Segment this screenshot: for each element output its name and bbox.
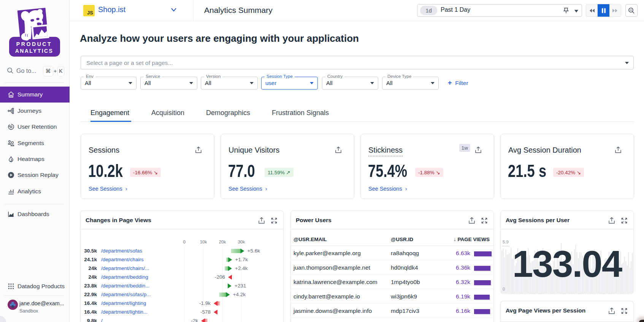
svg-text:/department/lighting: /department/lighting [101,300,146,306]
svg-text:+5.6k: +5.6k [247,248,260,254]
svg-text:30k: 30k [238,240,245,244]
svg-text:ANALYTICS: ANALYTICS [15,48,53,54]
svg-text:-206: -206 [215,274,225,280]
svg-text:0: 0 [183,240,186,244]
svg-text:/department/beddin...: /department/beddin... [101,283,150,289]
svg-text:/department/chairs: /department/chairs [101,257,144,262]
svg-text:+1.7k: +1.7k [235,257,248,262]
svg-text:/department/sofas: /department/sofas [101,248,142,254]
svg-text:-578: -578 [200,309,211,315]
svg-text:+4.2k: +4.2k [233,292,246,297]
svg-text:-2k: -2k [191,318,198,322]
svg-text:9.8k: 9.8k [87,318,97,322]
svg-text:PRODUCT: PRODUCT [16,41,52,47]
svg-text:24.1k: 24.1k [84,257,97,262]
svg-text:+2.4k: +2.4k [235,265,248,271]
svg-text:20k: 20k [219,240,226,244]
svg-text:/department/lightin...: /department/lightin... [101,309,148,315]
svg-text:/: / [101,318,103,322]
svg-text:/department/sofas/p...: /department/sofas/p... [101,292,151,297]
svg-text:22.9k: 22.9k [84,292,97,297]
svg-text:16.4k: 16.4k [84,300,97,306]
svg-text:16.4k: 16.4k [84,309,97,315]
svg-text:10k: 10k [200,240,207,244]
svg-text:30.5k: 30.5k [84,248,97,254]
svg-text:23.8k: 23.8k [84,283,97,289]
svg-text:24k: 24k [88,274,97,280]
svg-text:-1.9k: -1.9k [199,300,211,306]
svg-text:+231: +231 [235,283,246,289]
svg-text:24k: 24k [88,265,97,271]
svg-text:/department/chairs/...: /department/chairs/... [101,265,149,271]
svg-text:/department/bedding: /department/bedding [101,274,148,280]
